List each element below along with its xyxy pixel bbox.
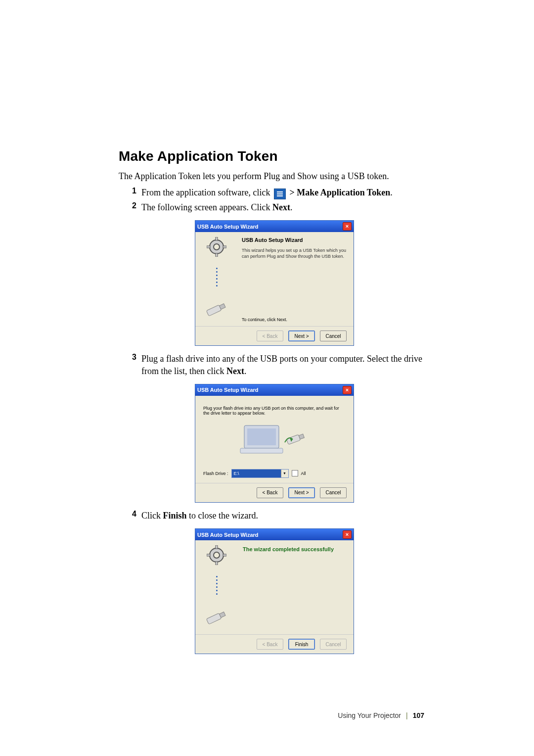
usb-drive-icon <box>203 606 230 629</box>
svg-rect-6 <box>216 253 218 257</box>
dialog-button-row: < Back Next > Cancel <box>195 326 354 345</box>
flash-drive-label: Flash Drive : <box>203 471 228 476</box>
svg-rect-22 <box>223 554 226 556</box>
menu-icon <box>274 189 286 199</box>
step-text: The following screen appears. Click Next… <box>141 201 292 213</box>
next-button[interactable]: Next > <box>288 331 315 341</box>
close-icon[interactable]: × <box>343 386 352 394</box>
step-list: 3 Plug a flash drive into any of the USB… <box>119 353 430 377</box>
text-bold: Next <box>272 202 290 212</box>
svg-rect-12 <box>247 428 276 445</box>
dialog-titlebar: USB Auto Setup Wizard × <box>195 529 354 540</box>
wizard-instruction: Plug your flash drive into any USB port … <box>203 406 346 416</box>
dialog-body: USB Auto Setup Wizard This wizard helps … <box>195 232 354 326</box>
svg-rect-20 <box>216 562 218 565</box>
step-item: 3 Plug a flash drive into any of the USB… <box>119 353 430 377</box>
text-fragment: . <box>244 366 247 376</box>
wizard-dialog-2: USB Auto Setup Wizard × Plug your flash … <box>195 384 354 503</box>
wizard-heading: USB Auto Setup Wizard <box>242 237 347 243</box>
svg-rect-14 <box>286 434 301 444</box>
svg-rect-7 <box>207 246 210 248</box>
text-fragment: to close the wizard. <box>187 511 258 520</box>
finish-button[interactable]: Finish <box>288 639 315 650</box>
dialog-right-content: USB Auto Setup Wizard This wizard helps … <box>238 232 354 326</box>
dialog-titlebar: USB Auto Setup Wizard × <box>195 384 354 396</box>
svg-rect-0 <box>277 191 283 192</box>
text-fragment: Plug a flash drive into any of the USB p… <box>141 354 422 376</box>
dialog-right-content: The wizard completed successfully <box>238 540 354 634</box>
dialog-button-row: < Back Finish Cancel <box>195 634 354 654</box>
step-item: 2 The following screen appears. Click Ne… <box>119 201 430 213</box>
step-list: 4 Click Finish to close the wizard. <box>119 510 430 521</box>
section-heading: Make Application Token <box>119 148 430 164</box>
dialog-title: USB Auto Setup Wizard <box>197 224 343 230</box>
text-fragment: From the application software, click <box>141 188 272 197</box>
svg-rect-8 <box>223 246 226 248</box>
svg-rect-19 <box>216 545 218 549</box>
svg-rect-9 <box>206 305 221 316</box>
wizard-dialog-1: USB Auto Setup Wizard × USB Auto Setup W… <box>195 220 354 346</box>
cancel-button[interactable]: Cancel <box>320 487 347 498</box>
svg-point-4 <box>214 244 220 250</box>
all-checkbox[interactable] <box>292 470 298 476</box>
svg-rect-1 <box>277 193 283 194</box>
laptop-usb-graphic <box>237 421 312 464</box>
step-text: Click Finish to close the wizard. <box>141 510 258 521</box>
dialog-title: USB Auto Setup Wizard <box>197 387 343 393</box>
wizard-continue-text: To continue, click Next. <box>242 317 287 322</box>
flash-drive-select[interactable]: E:\ <box>231 469 289 478</box>
step-item: 1 From the application software, click >… <box>119 187 430 199</box>
text-bold: > Make Application Token <box>289 188 390 197</box>
text-fragment: . <box>390 188 393 197</box>
gear-icon <box>207 237 226 257</box>
svg-rect-5 <box>216 237 218 240</box>
wizard-completed-text: The wizard completed successfully <box>243 546 349 552</box>
svg-rect-23 <box>206 613 221 624</box>
next-button[interactable]: Next > <box>288 487 315 498</box>
connection-dots-icon <box>216 260 218 294</box>
close-icon[interactable]: × <box>343 222 352 231</box>
text-fragment: . <box>290 202 293 212</box>
document-page: Make Application Token The Application T… <box>0 0 534 756</box>
dialog-titlebar: USB Auto Setup Wizard × <box>195 221 354 232</box>
cancel-button[interactable]: Cancel <box>320 331 347 341</box>
svg-rect-21 <box>207 554 210 556</box>
close-icon[interactable]: × <box>343 530 352 539</box>
footer-page-number: 107 <box>413 711 424 719</box>
step-number: 1 <box>119 187 141 195</box>
dialog-body: The wizard completed successfully <box>195 540 354 634</box>
back-button[interactable]: < Back <box>257 487 283 498</box>
svg-rect-2 <box>277 195 283 196</box>
wizard-description: This wizard helps you set up a USB Token… <box>242 248 347 259</box>
text-fragment: Click <box>141 511 163 520</box>
step-number: 4 <box>119 510 141 519</box>
footer-section: Using Your Projector <box>338 711 401 719</box>
step-list: 1 From the application software, click >… <box>119 187 430 213</box>
gear-icon <box>207 545 226 565</box>
step-item: 4 Click Finish to close the wizard. <box>119 510 430 521</box>
dialog-body: Plug your flash drive into any USB port … <box>195 396 354 483</box>
all-label: All <box>301 471 306 476</box>
dialog-left-graphic <box>195 540 238 634</box>
back-button: < Back <box>257 639 283 650</box>
dialog-left-graphic <box>195 232 238 326</box>
svg-rect-13 <box>240 448 283 453</box>
back-button: < Back <box>257 331 283 341</box>
wizard-dialog-3: USB Auto Setup Wizard × The wizard compl… <box>195 528 354 654</box>
text-bold: Next <box>226 366 244 376</box>
svg-point-18 <box>214 552 220 558</box>
usb-drive-icon <box>203 297 230 321</box>
svg-rect-15 <box>299 434 304 439</box>
page-footer: Using Your Projector | 107 <box>0 711 534 719</box>
cancel-button: Cancel <box>320 639 347 650</box>
dialog-button-row: < Back Next > Cancel <box>195 483 354 502</box>
step-number: 3 <box>119 353 141 362</box>
dialog-title: USB Auto Setup Wizard <box>197 532 343 538</box>
flash-drive-row: Flash Drive : E:\ All <box>203 469 346 478</box>
footer-separator: | <box>406 711 408 719</box>
step-number: 2 <box>119 201 141 210</box>
intro-text: The Application Token lets you perform P… <box>119 171 430 182</box>
connection-dots-icon <box>216 568 218 603</box>
text-bold: Finish <box>163 511 187 520</box>
text-fragment: The following screen appears. Click <box>141 202 272 212</box>
